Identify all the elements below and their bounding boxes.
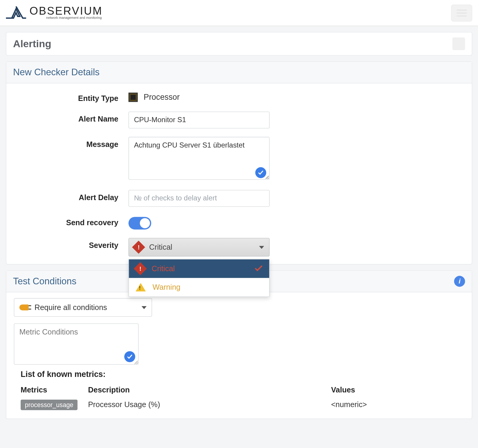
navbar: OBSERVIUM network management and monitor… [0, 0, 478, 26]
metric-tag: processor_usage [21, 400, 77, 410]
brand-logo[interactable]: OBSERVIUM network management and monitor… [6, 6, 103, 19]
table-row: processor_usage Processor Usage (%) <num… [14, 397, 464, 413]
col-header-metrics: Metrics [21, 386, 88, 395]
severity-option-warning[interactable]: ! Warning [129, 278, 269, 297]
chevron-down-icon [142, 306, 147, 309]
metric-values: <numeric> [331, 401, 457, 409]
brand-tagline: network management and monitoring [46, 16, 102, 19]
entity-type-value: Processor [144, 93, 180, 102]
alert-delay-label: Alert Delay [14, 190, 129, 202]
severity-value: Critical [149, 243, 172, 252]
metrics-table: Metrics Description Values processor_usa… [14, 383, 464, 413]
metric-conditions-textarea[interactable] [14, 323, 139, 365]
critical-icon: ! [134, 262, 147, 275]
metric-valid-icon [124, 351, 135, 362]
brand-name: OBSERVIUM [30, 6, 103, 16]
message-textarea[interactable] [128, 137, 269, 180]
warning-icon: ! [136, 283, 146, 291]
message-label: Message [14, 137, 129, 149]
page-titlebar: Alerting [6, 32, 472, 56]
col-header-description: Description [88, 386, 331, 395]
metric-description: Processor Usage (%) [88, 401, 331, 409]
send-recovery-label: Send recovery [14, 215, 129, 228]
severity-dropdown: ! Critical ! Warning [128, 259, 269, 297]
entity-type-label: Entity Type [14, 91, 129, 103]
alert-name-label: Alert Name [14, 112, 129, 124]
col-header-values: Values [331, 386, 457, 395]
chevron-down-icon [259, 246, 264, 249]
check-icon [255, 264, 262, 273]
message-valid-icon [255, 167, 266, 178]
checker-panel-title: New Checker Details [13, 67, 100, 78]
condition-mode-value: Require all conditions [35, 303, 107, 312]
severity-label: Severity [14, 238, 129, 250]
critical-icon: ! [132, 241, 145, 254]
alert-name-input[interactable] [128, 112, 269, 128]
condition-mode-select[interactable]: Require all conditions [14, 298, 152, 317]
severity-option-critical[interactable]: ! Critical [129, 260, 269, 278]
send-recovery-toggle[interactable] [128, 217, 151, 229]
logo-peak-icon [6, 7, 27, 19]
processor-icon [128, 93, 138, 102]
severity-select[interactable]: ! Critical [128, 238, 269, 257]
page-title: Alerting [13, 38, 51, 50]
alert-delay-input[interactable] [128, 190, 269, 207]
titlebar-collapse-button[interactable] [452, 37, 465, 50]
info-icon[interactable]: i [454, 276, 465, 287]
known-metrics-label: List of known metrics: [21, 370, 464, 379]
plug-icon [19, 304, 29, 310]
checker-details-panel: New Checker Details Entity Type Processo… [6, 62, 472, 265]
menu-toggle-button[interactable] [451, 4, 472, 21]
conditions-panel-title: Test Conditions [13, 276, 76, 287]
